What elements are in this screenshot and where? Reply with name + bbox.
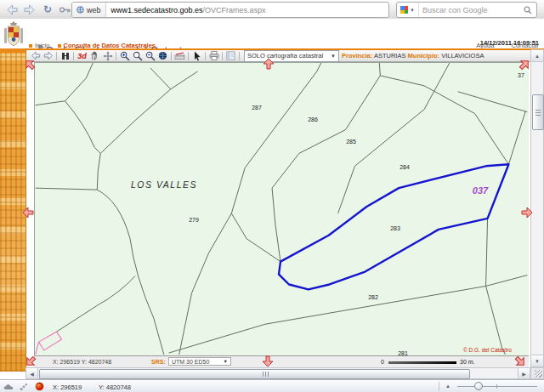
addon-paw-icon[interactable] — [19, 382, 29, 391]
browser-reload-button[interactable]: ↻ — [41, 3, 54, 16]
parcel-boundaries — [36, 63, 528, 355]
url-path: /OVCFrames.aspx — [203, 6, 266, 14]
pan-south-arrow[interactable] — [262, 355, 274, 367]
browser-back-button[interactable] — [5, 3, 19, 16]
province-municipality: Provincia: ASTURIAS Municipio: VILLAVICI… — [342, 52, 484, 60]
municipality-value: VILLAVICIOSA — [441, 52, 484, 60]
pan-northwest-arrow[interactable] — [24, 59, 36, 71]
scale-bar — [388, 361, 456, 364]
google-icon — [400, 6, 408, 14]
pan-northeast-arrow[interactable] — [518, 59, 530, 71]
map-cursor-coords: X: 296519 Y: 4820748 — [53, 359, 111, 365]
srs-value: UTM 30 ED50 — [172, 359, 209, 365]
zoom-slider-knob[interactable] — [474, 382, 483, 390]
search-input[interactable] — [419, 6, 519, 14]
srs-label: SRS: — [151, 359, 166, 365]
browser-toolbar: ↻ web www1.sedecatastro.gob.es/OVCFrames… — [0, 0, 544, 20]
scroll-left-button[interactable]: ◀ — [26, 368, 38, 378]
globe-extent-icon[interactable] — [156, 51, 169, 61]
map-copyright: © D.G. del Catastro — [463, 347, 512, 353]
scale-start-label: 0 — [381, 359, 384, 365]
spain-coat-of-arms — [3, 21, 25, 52]
globe-icon — [76, 6, 84, 14]
map-horizontal-scrollbar[interactable]: ◀ ▶ — [26, 367, 530, 379]
pan-west-arrow[interactable] — [22, 207, 34, 219]
scale-end-label: 30 m. — [460, 359, 475, 365]
layer-select[interactable]: SOLO cartografía catastral ▼ — [244, 50, 339, 62]
url-text: www1.sedecatastro.gob.es/OVCFrames.aspx — [106, 6, 266, 14]
site-header: 14/12/2011 16:09:51 Sede Electrónica del… — [0, 19, 544, 41]
resize-grip[interactable] — [530, 367, 544, 379]
province-label: Provincia: — [342, 52, 372, 60]
zoom-out-icon[interactable] — [144, 51, 156, 61]
urban-boundary-pink — [36, 332, 62, 355]
browser-statusbar: X: 296519 Y: 4820748 ▲ — [0, 379, 544, 392]
scroll-down-button[interactable]: ▼ — [531, 355, 543, 366]
pan-north-arrow[interactable] — [263, 58, 275, 70]
province-value: ASTURIAS — [374, 52, 406, 60]
web-search-box[interactable]: ▼ — [396, 2, 537, 18]
zoom-collapse-arrow[interactable]: ▲ — [445, 383, 450, 389]
scroll-right-button[interactable]: ▶ — [518, 368, 530, 378]
address-bar[interactable]: web www1.sedecatastro.gob.es/OVCFrames.a… — [71, 2, 389, 18]
cloud-status-icon[interactable] — [3, 382, 14, 391]
bullet-icon — [29, 44, 32, 48]
statusbar-x-coord: X: 296519 — [53, 383, 82, 391]
selected-parcel-outline[interactable] — [279, 164, 508, 289]
chevron-down-icon: ▼ — [331, 54, 336, 59]
map-statusbar: X: 296519 Y: 4820748 SRS: UTM 30 ED50 ▼ … — [34, 355, 529, 367]
chevron-down-icon: ▼ — [410, 8, 415, 13]
pan-southeast-arrow[interactable] — [514, 355, 526, 367]
measure-icon[interactable] — [173, 51, 186, 61]
zoom-slider-tick — [496, 384, 497, 389]
browser-key-icon[interactable] — [58, 3, 71, 16]
chevron-down-icon: ▼ — [224, 359, 228, 364]
search-icon — [524, 6, 532, 14]
pan-hand-icon[interactable] — [88, 51, 101, 61]
move-icon[interactable] — [101, 51, 114, 61]
breadcrumb: Inicio Consulta de Datos Catastrales Ayu… — [0, 41, 544, 48]
search-engine-chip[interactable]: ▼ — [397, 3, 419, 17]
map-toolbar: 3d SOLO cartografía catastral ▼ Provinci… — [26, 50, 544, 62]
search-go-button[interactable] — [519, 3, 536, 18]
print-icon[interactable] — [207, 51, 220, 61]
horizontal-scroll-thumb[interactable] — [39, 369, 470, 379]
url-host: www1.sedecatastro.gob.es — [111, 6, 203, 14]
zoom-slider-track[interactable] — [457, 386, 537, 387]
browser-forward-button[interactable] — [22, 3, 36, 16]
site-identity-label: web — [87, 6, 101, 14]
addon-ball-icon[interactable] — [34, 382, 44, 391]
cadastral-map-svg — [35, 63, 528, 355]
layer-select-value: SOLO cartografía catastral — [247, 52, 323, 60]
scroll-up-button[interactable]: ▲ — [531, 50, 543, 62]
site-identity-chip[interactable]: web — [72, 3, 106, 17]
bullet-icon — [58, 44, 61, 48]
statusbar-divider — [439, 382, 439, 391]
zoom-window-icon[interactable] — [131, 51, 144, 61]
frames-panel-icon[interactable] — [224, 51, 237, 61]
pan-east-arrow[interactable] — [521, 207, 533, 219]
pan-southwest-arrow[interactable] — [25, 355, 37, 367]
vertical-scroll-thumb[interactable] — [532, 94, 544, 130]
zoom-in-icon[interactable] — [118, 51, 131, 61]
municipality-label: Municipio: — [408, 52, 440, 60]
statusbar-y-coord: Y: 4820748 — [99, 383, 131, 391]
srs-select[interactable]: UTM 30 ED50 ▼ — [168, 357, 231, 366]
view-3d-button[interactable]: 3d — [76, 51, 88, 61]
find-binoculars-icon[interactable] — [59, 51, 71, 61]
map-canvas[interactable]: 28728628528428328228127937LOS VALLES037 … — [34, 62, 529, 355]
map-forward-button[interactable] — [42, 51, 54, 61]
select-pointer-icon[interactable] — [190, 51, 203, 61]
